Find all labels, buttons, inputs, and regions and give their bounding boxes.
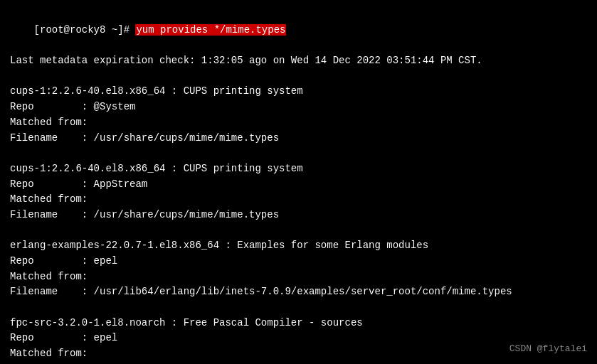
terminal-line: Repo : epel [10,331,587,346]
terminal-line: Matched from: [10,192,587,208]
prompt: [root@rocky8 ~]# [34,24,136,36]
terminal-line [10,146,587,161]
terminal-line: Repo : AppStream [10,177,587,193]
terminal-line [10,69,587,85]
terminal-line: Repo : @System [10,100,587,115]
command-line: [root@rocky8 ~]# yum provides */mime.typ… [10,7,587,53]
watermark: CSDN @flytalei [509,343,587,354]
terminal-line: Repo : epel [10,254,587,269]
terminal-line: Filename : /usr/lib64/erlang/lib/inets-7… [10,284,587,300]
terminal-line [10,300,587,316]
terminal-line: Last metadata expiration check: 1:32:05 … [10,53,587,69]
terminal-line: Matched from: [10,346,587,362]
terminal-output: Last metadata expiration check: 1:32:05 … [10,53,587,364]
terminal-line: erlang-examples-22.0.7-1.el8.x86_64 : Ex… [10,238,587,254]
terminal-window: [root@rocky8 ~]# yum provides */mime.typ… [0,0,597,364]
terminal-line: Matched from: [10,115,587,131]
terminal-line: cups-1:2.2.6-40.el8.x86_64 : CUPS printi… [10,161,587,177]
terminal-line: fpc-src-3.2.0-1.el8.noarch : Free Pascal… [10,316,587,331]
terminal-line: Matched from: [10,269,587,285]
terminal-line [10,223,587,239]
command-text: yum provides */mime.types [135,24,286,36]
terminal-line: cups-1:2.2.6-40.el8.x86_64 : CUPS printi… [10,84,587,100]
terminal-line: Filename : /usr/share/cups/mime/mime.typ… [10,208,587,223]
terminal-line: Filename : /usr/share/cups/mime/mime.typ… [10,131,587,146]
